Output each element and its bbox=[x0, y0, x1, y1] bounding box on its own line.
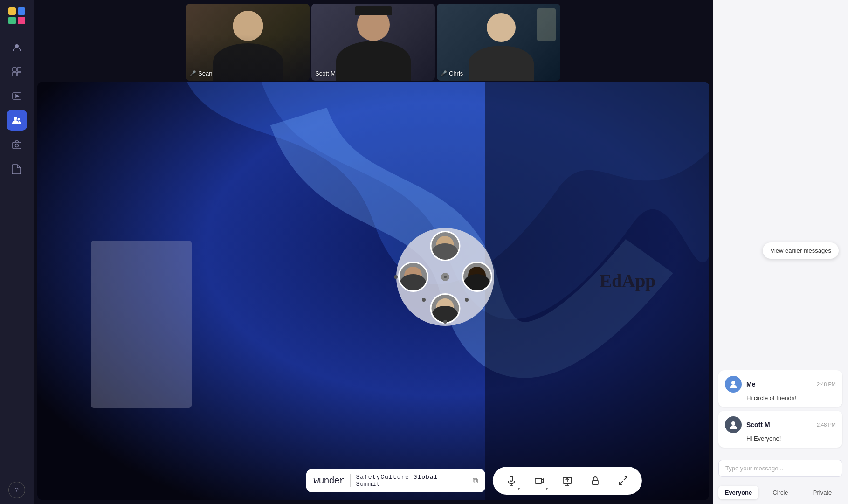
tab-everyone[interactable]: Everyone bbox=[718, 486, 758, 499]
stage-background: EdApp wunder SafetyCulture Global Summit… bbox=[37, 82, 709, 500]
app-logo[interactable] bbox=[7, 6, 27, 26]
svg-point-28 bbox=[731, 381, 735, 385]
svg-rect-2 bbox=[8, 17, 16, 24]
sidebar: ? bbox=[0, 0, 34, 504]
chat-sender-scott: Scott M bbox=[746, 421, 812, 428]
tab-private[interactable]: Private bbox=[802, 486, 842, 499]
svg-rect-6 bbox=[17, 68, 21, 71]
bottom-bar: wunder SafetyCulture Global Summit ⧉ bbox=[306, 467, 642, 495]
camera-button[interactable]: ▼ bbox=[530, 471, 549, 490]
stage-area: EdApp wunder SafetyCulture Global Summit… bbox=[37, 82, 709, 500]
sidebar-item-profile[interactable] bbox=[7, 37, 27, 58]
svg-rect-13 bbox=[13, 142, 21, 149]
video-tile-sean: 🎤 Sean bbox=[186, 4, 310, 81]
main-content: 🎤 Sean Scott M bbox=[34, 0, 713, 504]
chat-avatar-scott bbox=[725, 416, 742, 433]
message-input[interactable] bbox=[718, 460, 842, 477]
circle-avatar-4 bbox=[430, 293, 460, 324]
mic-button[interactable]: ▼ bbox=[502, 471, 521, 490]
sidebar-item-help[interactable]: ? bbox=[8, 482, 25, 498]
participant-name-sean: 🎤 Sean bbox=[190, 70, 212, 77]
dot-bottom bbox=[443, 320, 447, 324]
video-tile-scott: Scott M bbox=[311, 4, 435, 81]
sidebar-item-people[interactable] bbox=[7, 110, 27, 131]
circle-group[interactable] bbox=[396, 228, 494, 326]
event-info-bar: wunder SafetyCulture Global Summit ⧉ bbox=[306, 469, 485, 492]
svg-rect-7 bbox=[13, 72, 16, 76]
dot-left bbox=[394, 275, 398, 279]
help-icon: ? bbox=[15, 486, 19, 494]
video-strip: 🎤 Sean Scott M bbox=[34, 0, 713, 82]
view-earlier-messages-button[interactable]: View earlier messages bbox=[763, 242, 839, 259]
edapp-label: EdApp bbox=[600, 270, 655, 292]
chat-sender-me: Me bbox=[746, 380, 812, 388]
chat-message-scott: Scott M 2:48 PM Hi Everyone! bbox=[718, 411, 842, 448]
chat-avatar-me bbox=[725, 376, 742, 393]
circle-avatar-3 bbox=[462, 262, 492, 292]
participant-name-chris: 🎤 Chris bbox=[441, 70, 463, 77]
svg-point-12 bbox=[18, 118, 20, 121]
divider bbox=[350, 474, 350, 487]
participant-name-scott: Scott M bbox=[315, 70, 336, 77]
circle-avatar-2 bbox=[398, 262, 428, 292]
stage-gray-rect bbox=[91, 241, 192, 408]
chat-input-area bbox=[713, 455, 848, 482]
video-tile-chris: 🎤 Chris bbox=[437, 4, 560, 81]
svg-line-27 bbox=[620, 481, 623, 484]
chat-panel: View earlier messages Me 2:48 PM Hi circ… bbox=[713, 0, 848, 504]
sidebar-item-files[interactable] bbox=[7, 159, 27, 179]
svg-point-14 bbox=[15, 144, 19, 147]
svg-rect-8 bbox=[17, 72, 21, 76]
chat-tabs: Everyone Circle Private bbox=[713, 482, 848, 504]
svg-rect-16 bbox=[485, 82, 709, 500]
circle-background bbox=[396, 228, 494, 326]
svg-rect-3 bbox=[18, 17, 25, 24]
share-screen-button[interactable] bbox=[558, 471, 577, 490]
svg-rect-1 bbox=[18, 7, 25, 15]
sidebar-item-camera[interactable] bbox=[7, 134, 27, 155]
mic-muted-icon-sean: 🎤 bbox=[190, 70, 196, 76]
svg-point-11 bbox=[14, 117, 17, 120]
copy-button[interactable]: ⧉ bbox=[473, 476, 478, 485]
chat-message-me: Me 2:48 PM Hi circle of friends! bbox=[718, 370, 842, 407]
mic-dropdown-arrow: ▼ bbox=[517, 487, 521, 491]
sidebar-item-media[interactable] bbox=[7, 86, 27, 106]
tab-circle[interactable]: Circle bbox=[760, 486, 800, 499]
circle-avatar-1 bbox=[430, 231, 460, 261]
dot-bl bbox=[422, 298, 426, 302]
camera-dropdown-arrow: ▼ bbox=[545, 487, 549, 491]
chat-time-me: 2:48 PM bbox=[817, 381, 836, 387]
circle-center-mic bbox=[441, 273, 449, 281]
mic-muted-icon-chris: 🎤 bbox=[441, 70, 447, 76]
svg-point-29 bbox=[731, 421, 735, 425]
svg-rect-0 bbox=[8, 7, 16, 15]
wonder-logo: wunder bbox=[313, 476, 344, 486]
chat-text-scott: Hi Everyone! bbox=[746, 435, 836, 442]
chat-spacer bbox=[713, 0, 848, 220]
lock-button[interactable] bbox=[586, 471, 605, 490]
dot-br bbox=[465, 298, 469, 302]
svg-rect-20 bbox=[535, 478, 542, 483]
media-controls: ▼ ▼ bbox=[493, 467, 642, 495]
svg-line-26 bbox=[624, 477, 627, 480]
chat-text-me: Hi circle of friends! bbox=[746, 394, 836, 401]
expand-button[interactable] bbox=[614, 471, 633, 490]
sidebar-item-gallery[interactable] bbox=[7, 62, 27, 82]
event-title: SafetyCulture Global Summit bbox=[356, 474, 462, 488]
chat-time-scott: 2:48 PM bbox=[817, 422, 836, 428]
svg-rect-5 bbox=[13, 68, 16, 71]
svg-marker-10 bbox=[16, 95, 19, 97]
svg-rect-25 bbox=[593, 480, 598, 485]
svg-rect-17 bbox=[510, 476, 513, 481]
